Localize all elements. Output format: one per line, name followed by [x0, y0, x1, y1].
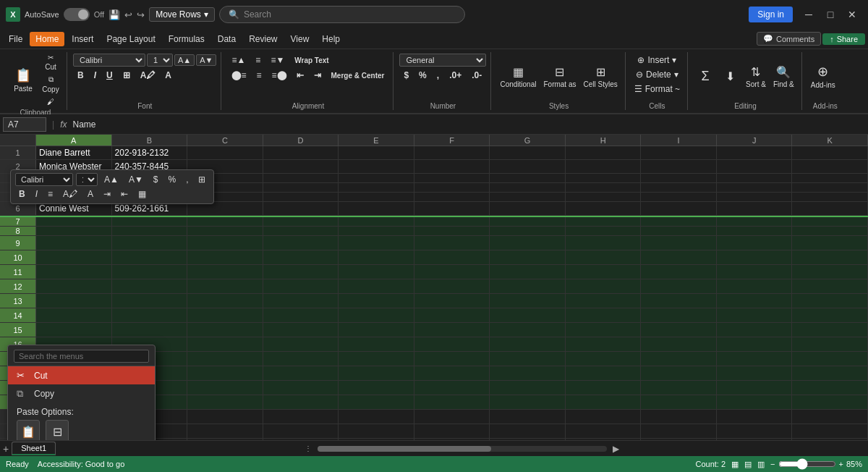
- cell-20-10[interactable]: [792, 395, 868, 409]
- cell-14-3[interactable]: [263, 308, 339, 322]
- fill-button[interactable]: ⬇: [718, 68, 741, 85]
- view-page-button[interactable]: ▤: [744, 460, 752, 469]
- cell-17-8[interactable]: [641, 352, 717, 366]
- col-header-c[interactable]: C: [187, 135, 263, 146]
- cell-15-2[interactable]: [187, 323, 263, 337]
- mini-bold[interactable]: B: [15, 187, 29, 201]
- cell-12-9[interactable]: [717, 279, 793, 293]
- cell-c6[interactable]: [187, 202, 263, 215]
- find-select-button[interactable]: 🔍 Find &: [770, 64, 797, 90]
- cell-j6[interactable]: [717, 202, 793, 215]
- col-header-a[interactable]: A: [36, 135, 112, 146]
- cell-k8[interactable]: [792, 227, 868, 235]
- cell-e2[interactable]: [339, 160, 414, 173]
- cell-12-2[interactable]: [187, 279, 263, 293]
- mini-font-select[interactable]: Calibri: [15, 173, 73, 186]
- cell-j8[interactable]: [717, 227, 793, 235]
- col-header-k[interactable]: K: [792, 135, 868, 146]
- view-break-button[interactable]: ▥: [757, 460, 765, 469]
- align-right-button[interactable]: ≡⬤: [268, 69, 291, 82]
- cell-20-3[interactable]: [263, 395, 339, 409]
- cell-j5[interactable]: [717, 193, 793, 201]
- cell-d3[interactable]: [263, 174, 339, 182]
- sort-filter-button[interactable]: ⇅ Sort &: [743, 64, 769, 90]
- cell-j2[interactable]: [717, 160, 793, 173]
- cell-b7[interactable]: [112, 217, 188, 226]
- zoom-slider[interactable]: [778, 458, 836, 470]
- cell-23-6[interactable]: [490, 439, 566, 440]
- insert-button[interactable]: ⊕ Insert ▾: [631, 54, 683, 67]
- cell-13-3[interactable]: [263, 294, 339, 308]
- cell-14-7[interactable]: [566, 308, 642, 322]
- cell-20-2[interactable]: [187, 395, 263, 409]
- cell-20-6[interactable]: [490, 395, 566, 409]
- cell-13-6[interactable]: [490, 294, 566, 308]
- cell-a8[interactable]: [36, 227, 112, 235]
- cell-f1[interactable]: [414, 146, 490, 159]
- cell-16-3[interactable]: [263, 337, 339, 351]
- cell-g1[interactable]: [490, 146, 566, 159]
- font-family-select[interactable]: Calibri: [73, 54, 145, 67]
- cell-18-6[interactable]: [490, 366, 566, 380]
- cell-23-2[interactable]: [187, 439, 263, 440]
- cell-h4[interactable]: [566, 183, 642, 192]
- cell-14-4[interactable]: [339, 308, 414, 322]
- scroll-right-icon[interactable]: ▶: [613, 444, 619, 454]
- cell-reference-input[interactable]: [3, 117, 46, 132]
- cell-15-4[interactable]: [339, 323, 414, 337]
- cell-10-5[interactable]: [414, 250, 490, 264]
- cell-23-10[interactable]: [792, 439, 868, 440]
- cell-k2[interactable]: [792, 160, 868, 173]
- zoom-out-button[interactable]: −: [770, 460, 775, 468]
- cell-11-3[interactable]: [263, 265, 339, 279]
- cell-17-7[interactable]: [566, 352, 642, 366]
- cell-19-5[interactable]: [414, 381, 490, 395]
- cell-22-8[interactable]: [641, 424, 717, 438]
- cell-f4[interactable]: [414, 183, 490, 192]
- horizontal-scrollbar[interactable]: [318, 446, 607, 452]
- formula-input[interactable]: [69, 118, 865, 131]
- cell-b1[interactable]: 202-918-2132: [112, 146, 188, 159]
- cell-18-10[interactable]: [792, 366, 868, 380]
- format-painter-button[interactable]: 🖌: [39, 96, 62, 107]
- menu-formulas[interactable]: Formulas: [163, 32, 210, 46]
- context-search-input[interactable]: [14, 350, 149, 363]
- cell-16-4[interactable]: [339, 337, 414, 351]
- cell-i4[interactable]: [641, 183, 717, 192]
- move-rows-button[interactable]: Move Rows ▾: [149, 7, 215, 22]
- font-size-select[interactable]: 11: [147, 54, 173, 67]
- cut-button[interactable]: ✂ Cut: [39, 52, 62, 72]
- cell-c7[interactable]: [187, 217, 263, 226]
- mini-italic[interactable]: I: [32, 187, 41, 201]
- indent-increase-button[interactable]: ⇥: [310, 69, 326, 82]
- cell-12-8[interactable]: [641, 279, 717, 293]
- cell-g6[interactable]: [490, 202, 566, 215]
- cell-g3[interactable]: [490, 174, 566, 182]
- cell-k1[interactable]: [792, 146, 868, 159]
- cell-i8[interactable]: [641, 227, 717, 235]
- indent-decrease-button[interactable]: ⇤: [292, 69, 308, 82]
- cell-20-9[interactable]: [717, 395, 793, 409]
- paste-icon-1[interactable]: 📋: [17, 420, 40, 440]
- undo-icon[interactable]: ↩: [124, 9, 132, 20]
- cell-i5[interactable]: [641, 193, 717, 201]
- cell-10-7[interactable]: [566, 250, 642, 264]
- cell-13-0[interactable]: [36, 294, 112, 308]
- wrap-text-button[interactable]: Wrap Text: [290, 55, 333, 66]
- cell-11-9[interactable]: [717, 265, 793, 279]
- cell-16-2[interactable]: [187, 337, 263, 351]
- cell-19-4[interactable]: [339, 381, 414, 395]
- cell-11-7[interactable]: [566, 265, 642, 279]
- cell-g7[interactable]: [490, 217, 566, 226]
- share-button[interactable]: ↑ Share: [822, 33, 865, 45]
- cell-13-1[interactable]: [112, 294, 188, 308]
- cell-21-4[interactable]: [339, 410, 414, 423]
- cell-h1[interactable]: [566, 146, 642, 159]
- cell-13-8[interactable]: [641, 294, 717, 308]
- search-box[interactable]: 🔍 Search: [219, 6, 465, 23]
- cell-15-10[interactable]: [792, 323, 868, 337]
- cell-h3[interactable]: [566, 174, 642, 182]
- col-header-g[interactable]: G: [490, 135, 566, 146]
- cell-e6[interactable]: [339, 202, 414, 215]
- cell-16-9[interactable]: [717, 337, 793, 351]
